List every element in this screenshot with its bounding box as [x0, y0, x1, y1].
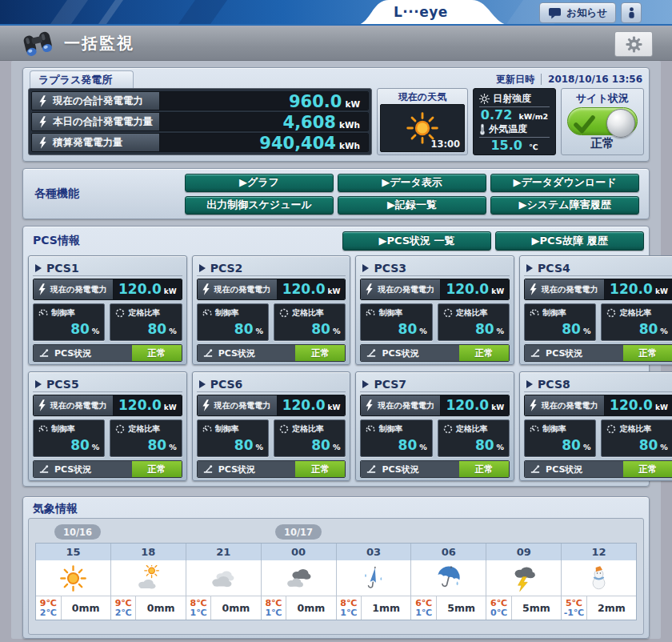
plant-section: ラプラス発電所 更新日時 2018/10/16 13:56 現在の合計発電電力9…	[22, 67, 650, 162]
gauge-icon	[202, 308, 212, 318]
weather-precip: 0mm	[136, 596, 185, 620]
sun-icon-sm	[60, 565, 86, 592]
pcs-power-row: 現在の発電電力120.0kW	[524, 279, 672, 300]
pcs-control-box-number: 80	[562, 437, 581, 453]
weather-precip: 1mm	[362, 596, 410, 620]
pcs-status-label-text: PCS状況	[54, 347, 91, 359]
pcs-control-box-value: 80%	[530, 321, 590, 337]
pcs-status-badge: 正常	[132, 345, 182, 361]
snowman-icon	[586, 566, 611, 591]
weather-temps: 6℃0℃	[486, 596, 512, 620]
weather-precip: 2mm	[587, 596, 636, 620]
pcs-card-pcs3[interactable]: PCS3現在の発電電力120.0kW制御率80%定格比率80%PCS状況正常	[355, 255, 514, 365]
pcs-card-pcs4[interactable]: PCS4現在の発電電力120.0kW制御率80%定格比率80%PCS状況正常	[519, 255, 672, 365]
weather-hour: 09	[486, 544, 562, 560]
pcs-power-unit: kW	[655, 287, 668, 295]
function-button-4[interactable]: 出力制御スケジュール	[185, 196, 334, 215]
pcs-card-pcs2[interactable]: PCS2現在の発電電力120.0kW制御率80%定格比率80%PCS状況正常	[192, 255, 351, 365]
function-button-5[interactable]: ▶記録一覧	[338, 196, 486, 215]
weather-title: 気象情報	[28, 500, 644, 518]
pcs-power-unit: kW	[327, 403, 340, 411]
account-button[interactable]	[621, 2, 642, 23]
top-banner: L···eye お知らせ	[0, 0, 672, 26]
pcs-status-row: PCS状況正常	[360, 344, 510, 362]
dashed-circle-icon	[606, 424, 616, 434]
functions-section: 各種機能 ▶グラフ▶データ表示▶データダウンロード出力制御スケジュール▶記録一覧…	[22, 168, 650, 219]
pcs-card-header: PCS8	[524, 376, 672, 392]
function-button-2[interactable]: ▶データ表示	[338, 174, 486, 192]
pcs-card-pcs6[interactable]: PCS6現在の発電電力120.0kW制御率80%定格比率80%PCS状況正常	[192, 371, 351, 481]
pcs-rated-box: 定格比率80%	[110, 419, 182, 457]
pcs-card-name: PCS8	[538, 378, 570, 391]
pcs-fault-history-button[interactable]: ▶PCS故障 履歴	[495, 231, 644, 251]
pcs-control-box-value: 80%	[38, 437, 99, 453]
toggle-knob	[606, 109, 635, 138]
pcs-power-label-text: 現在の発電電力	[378, 400, 434, 411]
weather-icon-cell	[36, 560, 111, 596]
pcs-power-number: 120.0	[610, 279, 653, 299]
pcs-title: PCS情報	[33, 234, 80, 248]
pcs-rated-box-value: 80%	[279, 437, 340, 453]
gauge-icon	[38, 308, 48, 318]
pcs-control-box-label-text: 制御率	[215, 307, 239, 319]
pcs-card-pcs7[interactable]: PCS7現在の発電電力120.0kW制御率80%定格比率80%PCS状況正常	[355, 371, 514, 481]
pcs-power-unit: kW	[164, 403, 177, 411]
function-button-1[interactable]: ▶グラフ	[185, 174, 334, 192]
pcs-status-label: PCS状況	[198, 461, 296, 477]
metric-number: 940,404	[259, 134, 336, 152]
pcs-control-box-number: 80	[562, 321, 581, 337]
pcs-control-box-number: 80	[398, 321, 418, 337]
pcs-power-label-text: 現在の発電電力	[214, 400, 270, 411]
pcs-card-pcs5[interactable]: PCS5現在の発電電力120.0kW制御率80%定格比率80%PCS状況正常	[28, 371, 187, 481]
pcs-control-box: 制御率80%	[197, 419, 269, 457]
metric-label-text: 現在の合計発電電力	[53, 94, 143, 108]
pcs-status-row: PCS状況正常	[33, 460, 182, 478]
site-status-toggle[interactable]	[567, 107, 638, 135]
weather-hour: 18	[111, 544, 186, 560]
pcs-status-badge: 正常	[623, 345, 672, 361]
pcs-rated-box-unit: %	[333, 327, 341, 335]
umbrella-rain-icon	[435, 564, 462, 592]
pcs-power-label-text: 現在の発電電力	[542, 284, 598, 295]
weather-temp-low: 1℃	[190, 608, 207, 618]
weather-temps: 9℃2℃	[36, 596, 62, 620]
banner-decoration	[167, 0, 233, 26]
weather-icon-cell	[262, 560, 337, 596]
pcs-status-label: PCS状況	[198, 345, 296, 361]
pcs-power-number: 120.0	[446, 279, 489, 299]
pcs-rated-box-number: 80	[148, 321, 167, 337]
pcs-rated-box-label: 定格比率	[115, 307, 176, 319]
cloud-icon	[210, 564, 237, 592]
settings-button[interactable]	[614, 31, 653, 57]
temperature-label-row: 外気温度	[479, 122, 550, 138]
function-button-6[interactable]: ▶システム障害履歴	[490, 196, 639, 215]
pcs-power-value: 120.0kW	[605, 395, 672, 415]
weather-date-badge: 10/16	[54, 524, 101, 540]
weather-temps: 5℃-1℃	[562, 596, 587, 620]
pcs-rated-box-label-text: 定格比率	[292, 307, 324, 319]
pcs-status-list-button[interactable]: ▶PCS状況 一覧	[342, 231, 491, 251]
pcs-rated-box-value: 80%	[115, 437, 176, 453]
dashed-circle-icon	[279, 308, 289, 318]
pcs-rated-box-label: 定格比率	[443, 307, 504, 319]
pcs-status-row: PCS状況正常	[197, 344, 346, 362]
person-icon	[628, 6, 635, 19]
site-status-title: サイト状況	[576, 91, 629, 106]
gauge-icon	[202, 424, 212, 434]
pcs-rated-box-value: 80%	[279, 321, 340, 337]
weather-value-cell: 8℃1℃1mm	[337, 596, 412, 620]
temperature-value-row: 15.0 ℃	[479, 138, 550, 153]
pcs-rated-box-unit: %	[660, 443, 668, 451]
pcs-card-pcs1[interactable]: PCS1現在の発電電力120.0kW制御率80%定格比率80%PCS状況正常	[28, 255, 187, 365]
bolt-icon	[202, 399, 210, 411]
metric-value: 960.0kW	[160, 92, 368, 110]
function-button-3[interactable]: ▶データダウンロード	[490, 174, 639, 192]
pcs-rated-box-unit: %	[660, 327, 668, 335]
pcs-card-pcs8[interactable]: PCS8現在の発電電力120.0kW制御率80%定格比率80%PCS状況正常	[519, 371, 672, 481]
notice-button[interactable]: お知らせ	[539, 2, 616, 23]
arrow-icon	[362, 380, 369, 388]
bolt-icon	[365, 283, 374, 295]
weather-hours-row: 1518210003060912	[36, 544, 636, 560]
pcs-power-number: 120.0	[282, 279, 326, 299]
banner-decoration	[39, 0, 94, 26]
